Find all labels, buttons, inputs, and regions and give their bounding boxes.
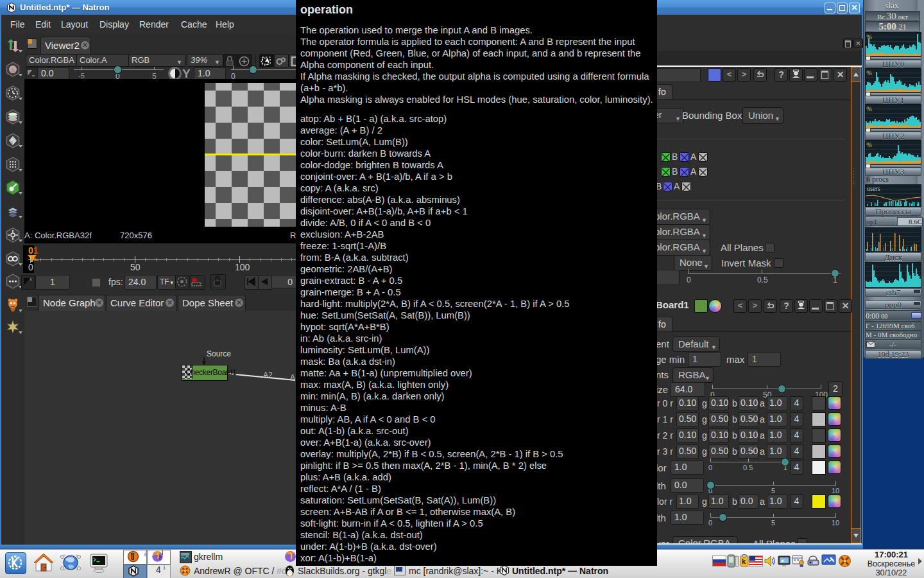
svg-text:k: k bbox=[742, 557, 746, 565]
svg-text:2: 2 bbox=[158, 554, 162, 561]
